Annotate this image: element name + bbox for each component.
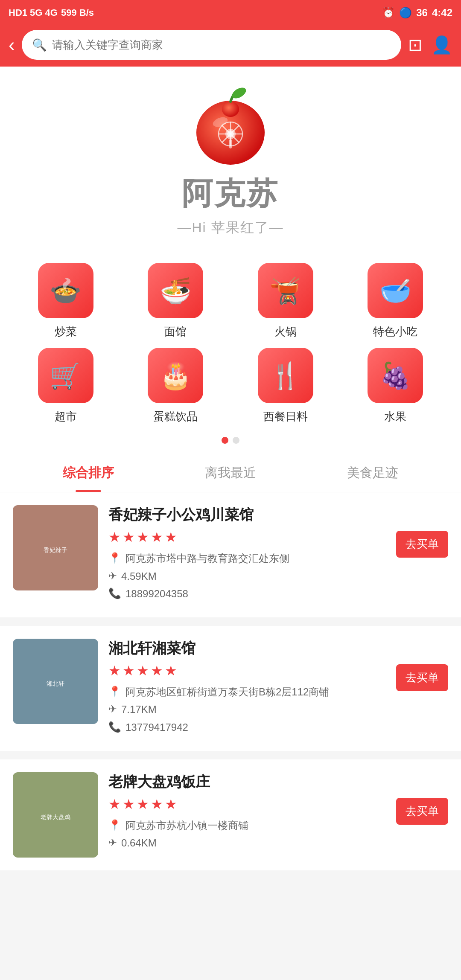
sort-tabs: 综合排序离我最近美食足迹 (0, 454, 461, 492)
buy-button-2[interactable]: 去买单 (396, 664, 448, 691)
category-item-shuiguo[interactable]: 🍇 水果 (343, 348, 449, 424)
category-label-chaocai: 炒菜 (55, 324, 77, 339)
restaurant-phone: 13779417942 (125, 720, 188, 735)
header-actions: ⊡ 👤 (408, 35, 452, 55)
dot-2 (233, 437, 239, 444)
phone-icon: 📞 (108, 587, 121, 599)
category-icon-huoguo: 🫕 (258, 263, 313, 318)
user-profile-icon[interactable]: 👤 (431, 35, 452, 55)
status-right: ⏰ 🔵 36 4:42 (382, 7, 452, 19)
svg-text:香妃辣子: 香妃辣子 (44, 547, 67, 553)
restaurant-card-2: 湘北轩 湘北轩湘菜馆 ★★★★★ 📍 阿克苏地区虹桥街道万泰天街B栋2层112商… (0, 626, 461, 751)
star-full: ★ (137, 796, 149, 812)
category-label-huoguo: 火锅 (274, 324, 297, 339)
star-full: ★ (137, 529, 149, 545)
svg-text:湘北轩: 湘北轩 (47, 680, 64, 687)
sort-tab-nearest[interactable]: 离我最近 (159, 454, 301, 492)
search-icon: 🔍 (32, 38, 47, 52)
battery-indicator: 36 (416, 7, 428, 19)
navigation-icon: ✈ (108, 837, 117, 849)
restaurant-phone: 18899204358 (125, 587, 188, 601)
restaurant-info-1: 香妃辣子小公鸡川菜馆 ★★★★★ 📍 阿克苏市塔中路与教育路交汇处东侧 ✈ 4.… (108, 505, 448, 605)
restaurant-info-2: 湘北轩湘菜馆 ★★★★★ 📍 阿克苏地区虹桥街道万泰天街B栋2层112商铺 ✈ … (108, 639, 448, 738)
buy-button-1[interactable]: 去买单 (396, 531, 448, 558)
app-logo (188, 84, 273, 169)
restaurant-image-2: 湘北轩 (13, 639, 98, 724)
brand-name: 阿克苏 (182, 173, 279, 214)
star-full: ★ (123, 796, 135, 812)
restaurant-phone-item: 📞 13779417942 (108, 720, 448, 735)
alarm-icon: ⏰ (382, 7, 395, 19)
phone-icon: 📞 (108, 721, 121, 733)
search-input[interactable] (52, 38, 391, 52)
star-full: ★ (108, 529, 121, 545)
restaurant-card-3: 老牌大盘鸡 老牌大盘鸡饭庄 ★★★★★ 📍 阿克苏市苏杭小镇一楼商铺 ✈ 0.6… (0, 759, 461, 870)
navigation-icon: ✈ (108, 570, 117, 582)
star-full: ★ (123, 663, 135, 679)
category-item-mianguan[interactable]: 🍜 面馆 (123, 263, 229, 339)
category-icon-mianguan: 🍜 (148, 263, 203, 318)
sort-tab-comprehensive[interactable]: 综合排序 (17, 454, 159, 492)
status-left: HD1 5G 4G 599 B/s (9, 7, 94, 18)
restaurant-name-3: 老牌大盘鸡饭庄 (108, 772, 448, 792)
star-half: ★ (165, 529, 177, 545)
restaurant-name-1: 香妃辣子小公鸡川菜馆 (108, 505, 448, 525)
category-item-huoguo[interactable]: 🫕 火锅 (233, 263, 338, 339)
search-bar[interactable]: 🔍 (22, 30, 401, 60)
category-label-chaoshi: 超市 (55, 409, 77, 424)
restaurant-image-1: 香妃辣子 (13, 505, 98, 590)
category-item-dangao[interactable]: 🎂 蛋糕饮品 (123, 348, 229, 424)
restaurant-distance-item: ✈ 7.17KM (108, 702, 448, 717)
speed-indicator: 599 B/s (61, 7, 94, 18)
restaurant-info-3: 老牌大盘鸡饭庄 ★★★★★ 📍 阿克苏市苏杭小镇一楼商铺 ✈ 0.64KM 去买… (108, 772, 448, 854)
restaurant-address: 阿克苏市苏杭小镇一楼商铺 (125, 818, 248, 833)
star-full: ★ (151, 529, 163, 545)
brand-banner: 阿克苏 —Hi 苹果红了— (0, 67, 461, 250)
time-display: 4:42 (432, 7, 452, 19)
status-bar: HD1 5G 4G 599 B/s ⏰ 🔵 36 4:42 (0, 0, 461, 26)
restaurant-distance: 7.17KM (121, 702, 157, 717)
dot-1 (222, 437, 228, 444)
category-label-mianguan: 面馆 (164, 324, 187, 339)
svg-point-1 (222, 102, 239, 117)
network-status: HD1 5G 4G (9, 7, 58, 18)
category-icon-xican: 🍴 (258, 348, 313, 403)
location-icon: 📍 (108, 819, 121, 831)
star-full: ★ (123, 529, 135, 545)
header: ‹ 🔍 ⊡ 👤 (0, 26, 461, 67)
star-half: ★ (165, 796, 177, 812)
restaurant-address: 阿克苏地区虹桥街道万泰天街B栋2层112商铺 (125, 685, 329, 699)
category-icon-texiaoxiaochi: 🥣 (368, 263, 423, 318)
bluetooth-icon: 🔵 (399, 7, 412, 19)
category-icon-shuiguo: 🍇 (368, 348, 423, 403)
category-label-texiaoxiaochi: 特色小吃 (373, 324, 417, 339)
back-button[interactable]: ‹ (9, 35, 15, 54)
restaurant-distance-item: ✈ 4.59KM (108, 569, 448, 584)
category-icon-chaocai: 🍲 (38, 263, 93, 318)
restaurant-distance-item: ✈ 0.64KM (108, 836, 448, 850)
restaurant-phone-item: 📞 18899204358 (108, 587, 448, 601)
svg-text:老牌大盘鸡: 老牌大盘鸡 (41, 814, 70, 820)
restaurant-list: 香妃辣子 香妃辣子小公鸡川菜馆 ★★★★★ 📍 阿克苏市塔中路与教育路交汇处东侧… (0, 492, 461, 870)
star-full: ★ (108, 663, 121, 679)
star-half: ★ (165, 663, 177, 679)
category-item-xican[interactable]: 🍴 西餐日料 (233, 348, 338, 424)
category-item-chaocai[interactable]: 🍲 炒菜 (13, 263, 119, 339)
star-full: ★ (108, 796, 121, 812)
category-icon-dangao: 🎂 (148, 348, 203, 403)
category-icon-chaoshi: 🛒 (38, 348, 93, 403)
star-full: ★ (151, 663, 163, 679)
category-item-chaoshi[interactable]: 🛒 超市 (13, 348, 119, 424)
sort-tab-footprint[interactable]: 美食足迹 (302, 454, 444, 492)
star-full: ★ (151, 796, 163, 812)
restaurant-distance: 4.59KM (121, 569, 157, 584)
svg-point-10 (225, 129, 236, 139)
restaurant-card-1: 香妃辣子 香妃辣子小公鸡川菜馆 ★★★★★ 📍 阿克苏市塔中路与教育路交汇处东侧… (0, 492, 461, 617)
restaurant-image-3: 老牌大盘鸡 (13, 772, 98, 858)
qr-scan-icon[interactable]: ⊡ (408, 35, 423, 55)
brand-tagline: —Hi 苹果红了— (177, 218, 283, 237)
location-icon: 📍 (108, 552, 121, 564)
location-icon: 📍 (108, 686, 121, 698)
buy-button-3[interactable]: 去买单 (396, 798, 448, 825)
category-item-texiaoxiaochi[interactable]: 🥣 特色小吃 (343, 263, 449, 339)
